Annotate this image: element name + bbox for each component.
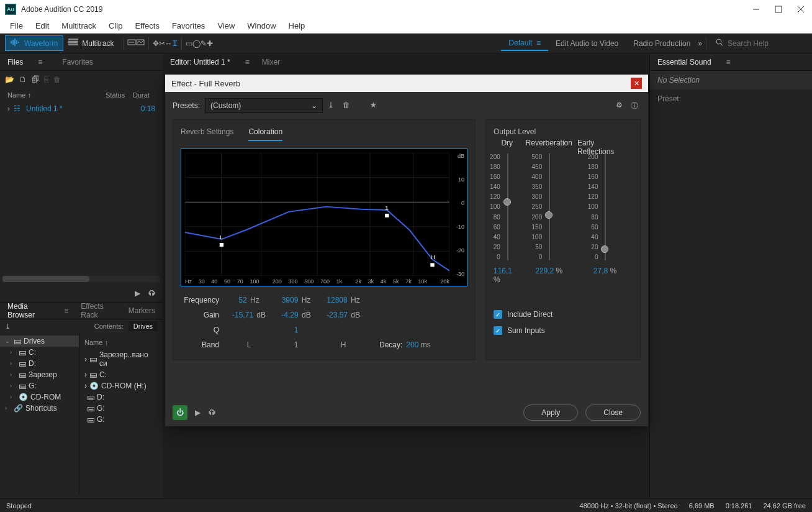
files-col-duration[interactable]: Durat (133, 91, 155, 99)
menu-file[interactable]: File (5, 20, 28, 32)
eq-graph[interactable]: dB100-10-20-30 L1H Hz30405070100 (181, 149, 467, 286)
menu-window[interactable]: Window (242, 20, 281, 32)
tab-coloration[interactable]: Coloration (248, 127, 282, 141)
dialog-close-button[interactable]: ✕ (631, 78, 642, 89)
file-row[interactable]: › ☷ Untitled 1 * 0:18 (0, 102, 163, 116)
time-select-tool-icon[interactable]: Ꮖ (173, 39, 178, 48)
tab-reverb-settings[interactable]: Reverb Settings (181, 127, 233, 141)
close-button[interactable]: Close (585, 405, 641, 421)
lasso-tool-icon[interactable]: ◯ (192, 39, 201, 48)
apply-button[interactable]: Apply (523, 405, 578, 421)
files-panel-menu-icon[interactable]: ≡ (38, 58, 42, 66)
brush-tool-icon[interactable]: ✎ (201, 39, 207, 48)
tab-editor[interactable]: Editor: Untitled 1 * (170, 58, 230, 66)
gain-h[interactable]: -23,57 (327, 311, 348, 319)
reverb-value[interactable]: 229,2 (535, 267, 554, 275)
move-tool-icon[interactable]: ✥ (153, 39, 159, 48)
preset-dropdown[interactable]: (Custom)⌄ (205, 98, 323, 113)
slip-tool-icon[interactable]: ↔ (165, 39, 173, 48)
q-1[interactable]: 1 (294, 326, 299, 334)
tree-drive-g[interactable]: ›🖴G: (0, 380, 79, 391)
mb-col-name[interactable]: Name ↑ (84, 339, 108, 346)
files-col-name[interactable]: Name ↑ (7, 91, 106, 99)
favorite-icon[interactable]: ★ (370, 101, 380, 111)
tab-markers[interactable]: Markers (129, 306, 155, 315)
gain-l[interactable]: -15,71 (232, 311, 253, 319)
tab-favorites[interactable]: Favorites (62, 58, 92, 66)
multitrack-mode-button[interactable]: Multitrack (63, 36, 119, 50)
workspace-radio[interactable]: Radio Production (626, 37, 698, 50)
list-item[interactable]: 🖴G: (79, 403, 163, 414)
dry-slider[interactable]: 200180160140120100806040200 (502, 153, 513, 260)
tree-drives[interactable]: ⌄🖴Drives (0, 336, 79, 347)
menu-view[interactable]: View (212, 20, 240, 32)
sum-inputs-checkbox[interactable]: ✓ (494, 326, 502, 335)
tab-media-browser[interactable]: Media Browser (7, 302, 49, 319)
delete-preset-icon[interactable]: 🗑 (343, 101, 353, 111)
menu-favorites[interactable]: Favorites (167, 20, 210, 32)
tree-shortcuts[interactable]: ›🔗Shortcuts (0, 403, 79, 414)
workspace-more-icon[interactable]: » (698, 39, 702, 48)
essential-panel-menu-icon[interactable]: ≡ (726, 58, 731, 66)
list-item[interactable]: 🖴D: (79, 391, 163, 403)
maximize-button[interactable] (775, 6, 782, 13)
new-multitrack-icon[interactable]: 🗐 (32, 75, 39, 84)
workspace-edit-video[interactable]: Edit Audio to Video (548, 37, 626, 50)
tree-drive-reserved[interactable]: ›🖴Зарезер (0, 369, 79, 380)
tab-effects-rack[interactable]: Effects Rack (81, 302, 115, 319)
files-col-status[interactable]: Status (106, 91, 133, 99)
freq-l[interactable]: 52 (238, 296, 246, 304)
hud-icon[interactable] (127, 38, 136, 48)
early-value[interactable]: 27,8 (593, 267, 608, 275)
reverb-slider[interactable]: 500450400350300250200150100500 (543, 153, 554, 260)
menu-multitrack[interactable]: Multitrack (56, 20, 101, 32)
heal-tool-icon[interactable]: ✚ (207, 39, 213, 48)
settings-icon[interactable]: ⚙ (616, 101, 626, 111)
minimize-button[interactable] (752, 6, 760, 13)
tab-files[interactable]: Files (7, 58, 23, 66)
new-file-icon[interactable]: 🗋 (19, 75, 27, 84)
menu-edit[interactable]: Edit (30, 20, 54, 32)
list-item[interactable]: ›🖴C: (79, 369, 163, 380)
export-icon[interactable]: ⮉ (148, 289, 155, 298)
list-item[interactable]: ›🖴Зарезер..вано си (79, 349, 163, 369)
decay-value[interactable]: 200 (406, 341, 418, 349)
effect-power-button[interactable]: ⏻ (173, 405, 187, 420)
save-preset-icon[interactable]: ⤓ (328, 101, 338, 111)
list-item[interactable]: 🖴G: (79, 414, 163, 425)
early-slider[interactable]: 200180160140120100806040200 (599, 153, 610, 260)
mb-up-icon[interactable]: ⤓ (5, 322, 11, 331)
waveform-mode-button[interactable]: Waveform (5, 35, 63, 51)
menu-effects[interactable]: Effects (130, 20, 165, 32)
svg-rect-33 (385, 214, 389, 217)
search-help-input[interactable] (728, 39, 802, 48)
spectral-icon[interactable] (136, 38, 145, 48)
menu-clip[interactable]: Clip (104, 20, 127, 32)
freq-h[interactable]: 12808 (327, 296, 347, 304)
chevron-right-icon[interactable]: › (7, 104, 14, 113)
play-icon[interactable]: ▶ (135, 289, 140, 298)
tab-mixer[interactable]: Mixer (262, 58, 280, 66)
contents-dropdown[interactable]: Drives (129, 321, 158, 331)
preview-play-icon[interactable]: ▶ (195, 408, 201, 417)
workspace-default[interactable]: Default ≡ (501, 36, 548, 51)
include-direct-checkbox[interactable]: ✓ (494, 310, 502, 319)
dry-value[interactable]: 116,1 (494, 267, 512, 275)
editor-panel-menu-icon[interactable]: ≡ (245, 58, 250, 66)
close-window-button[interactable] (797, 6, 805, 13)
mb-panel-menu-icon[interactable]: ≡ (64, 306, 68, 315)
marquee-tool-icon[interactable]: ▭ (186, 39, 192, 48)
tree-drive-cdrom[interactable]: ›💿CD-ROM (0, 391, 79, 403)
list-item[interactable]: ›💿CD-ROM (H:) (79, 380, 163, 391)
tab-essential-sound[interactable]: Essential Sound (657, 58, 711, 66)
preview-loop-icon[interactable]: ⮉ (208, 408, 215, 417)
tree-drive-d[interactable]: ›🖴D: (0, 358, 79, 369)
tree-drive-c[interactable]: ›🖴C: (0, 347, 79, 358)
info-icon[interactable]: ⓘ (631, 101, 641, 111)
razor-tool-icon[interactable]: ✂ (159, 39, 165, 48)
files-scrollbar[interactable] (2, 276, 160, 282)
menu-help[interactable]: Help (284, 20, 310, 32)
open-file-icon[interactable]: 📂 (5, 75, 14, 84)
freq-1[interactable]: 3909 (282, 296, 299, 304)
gain-1[interactable]: -4,29 (281, 311, 298, 319)
